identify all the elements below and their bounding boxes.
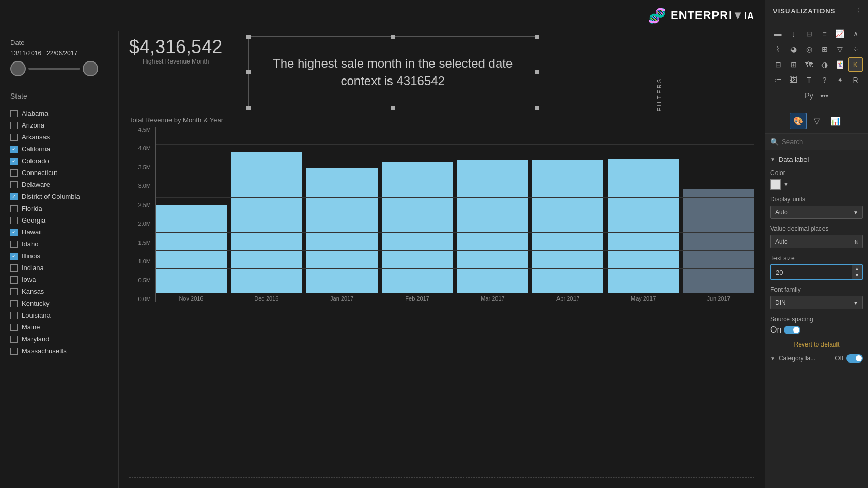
bar[interactable]	[306, 168, 378, 293]
state-item[interactable]: Indiana	[10, 263, 108, 273]
more-icon[interactable]: •••	[817, 88, 832, 103]
bar-group[interactable]: Nov 2016	[156, 127, 227, 302]
bar[interactable]	[231, 152, 302, 293]
map-icon[interactable]: 🗺	[802, 57, 816, 72]
image-icon[interactable]: 🖼	[786, 73, 801, 87]
state-item[interactable]: Massachusetts	[10, 346, 108, 356]
ribbon-icon[interactable]: ⌇	[771, 42, 785, 56]
state-checkbox[interactable]	[10, 241, 18, 248]
state-item[interactable]: Hawaii	[10, 227, 108, 237]
state-checkbox[interactable]	[10, 312, 18, 319]
state-item[interactable]: Illinois	[10, 251, 108, 261]
revert-link[interactable]: Revert to default	[770, 341, 863, 348]
state-checkbox[interactable]	[10, 217, 18, 224]
bar-group[interactable]: Feb 2017	[382, 127, 453, 302]
bar[interactable]	[532, 160, 603, 293]
funnel-icon[interactable]: ▽	[833, 42, 847, 56]
category-label-toggle-track[interactable]	[846, 354, 863, 363]
card-icon[interactable]: 🃏	[833, 57, 847, 72]
pie-icon[interactable]: ◕	[786, 42, 801, 56]
area-chart-icon[interactable]: ∧	[848, 26, 863, 41]
slicer-icon[interactable]: ≔	[771, 73, 785, 87]
line-chart-icon[interactable]: 📈	[833, 26, 847, 41]
scatter-icon[interactable]: ⁘	[848, 42, 863, 56]
bar-group[interactable]: Apr 2017	[532, 127, 603, 302]
state-checkbox[interactable]	[10, 276, 18, 284]
donut-icon[interactable]: ◎	[802, 42, 816, 56]
state-checkbox[interactable]	[10, 205, 18, 212]
state-item[interactable]: Florida	[10, 203, 108, 213]
state-item[interactable]: Kentucky	[10, 298, 108, 308]
text-size-input[interactable]	[771, 266, 852, 279]
state-checkbox[interactable]	[10, 264, 18, 272]
state-item[interactable]: Louisiana	[10, 310, 108, 320]
state-item[interactable]: Iowa	[10, 275, 108, 285]
bar-group[interactable]: Mar 2017	[457, 127, 529, 302]
state-checkbox[interactable]	[10, 300, 18, 307]
state-checkbox[interactable]	[10, 122, 18, 129]
filter-button[interactable]: ▽	[809, 113, 825, 129]
bar[interactable]	[608, 159, 679, 293]
bar[interactable]	[457, 160, 529, 293]
text-size-control[interactable]: ▲ ▼	[770, 264, 863, 280]
color-swatch[interactable]	[770, 179, 781, 190]
category-label-section[interactable]: ▼ Category la... Off	[770, 354, 863, 363]
state-item[interactable]: Kansas	[10, 287, 108, 296]
date-slider[interactable]	[10, 61, 108, 76]
bar100-icon[interactable]: ≡	[817, 26, 832, 41]
data-label-section-header[interactable]: ▼ Data label	[770, 155, 863, 163]
decimal-places-dropdown[interactable]: Auto ⇅	[770, 235, 863, 248]
textbox-icon[interactable]: T	[802, 73, 816, 87]
format-paint-button[interactable]: 🎨	[790, 113, 807, 129]
state-item[interactable]: Alabama	[10, 108, 108, 118]
source-spacing-track[interactable]	[784, 326, 800, 334]
slider-handle-right[interactable]	[83, 61, 98, 76]
state-checkbox[interactable]	[10, 288, 18, 295]
state-checkbox[interactable]	[10, 110, 18, 117]
bar[interactable]	[683, 189, 754, 293]
gauge-icon[interactable]: ◑	[817, 57, 832, 72]
state-item[interactable]: Arizona	[10, 120, 108, 130]
grouped-bar-icon[interactable]: ⫿	[786, 26, 801, 41]
bar-group[interactable]: Jan 2017	[306, 127, 378, 302]
state-item[interactable]: Idaho	[10, 239, 108, 249]
state-checkbox[interactable]	[10, 229, 18, 236]
state-checkbox[interactable]	[10, 181, 18, 188]
treemap-icon[interactable]: ⊞	[817, 42, 832, 56]
search-input[interactable]	[782, 138, 868, 146]
display-units-dropdown[interactable]: Auto ▼	[770, 206, 863, 219]
font-family-dropdown[interactable]: DIN ▼	[770, 296, 863, 309]
state-item[interactable]: Arkansas	[10, 132, 108, 142]
state-checkbox[interactable]	[10, 336, 18, 343]
color-control[interactable]: ▼	[770, 179, 863, 190]
source-spacing-toggle[interactable]: On	[770, 325, 863, 335]
bar-group[interactable]: May 2017	[608, 127, 679, 302]
state-item[interactable]: Georgia	[10, 215, 108, 225]
viz-close-button[interactable]: 〈	[853, 6, 860, 15]
analytics-button[interactable]: 📊	[827, 113, 844, 129]
state-checkbox[interactable]	[10, 134, 18, 141]
text-size-down[interactable]: ▼	[852, 272, 862, 279]
state-item[interactable]: California	[10, 144, 108, 154]
bar-chart-icon[interactable]: ▬	[771, 26, 785, 41]
state-checkbox[interactable]	[10, 158, 18, 165]
matrix-icon[interactable]: ⊞	[786, 57, 801, 72]
state-checkbox[interactable]	[10, 169, 18, 177]
text-size-up[interactable]: ▲	[852, 265, 862, 272]
state-item[interactable]: Maine	[10, 322, 108, 332]
state-checkbox[interactable]	[10, 324, 18, 331]
bar-group[interactable]: Jun 2017	[683, 127, 754, 302]
state-checkbox[interactable]	[10, 146, 18, 153]
state-item[interactable]: Colorado	[10, 156, 108, 166]
table-icon[interactable]: ⊟	[771, 57, 785, 72]
state-checkbox[interactable]	[10, 348, 18, 355]
python-icon[interactable]: Py	[802, 88, 816, 103]
bar[interactable]	[156, 205, 227, 293]
stacked-bar-icon[interactable]: ⊟	[802, 26, 816, 41]
qna-icon[interactable]: ?	[817, 73, 832, 87]
state-checkbox[interactable]	[10, 253, 18, 260]
slider-handle-left[interactable]	[10, 61, 26, 76]
color-dropdown-arrow[interactable]: ▼	[783, 181, 789, 187]
aidinsights-icon[interactable]: ✦	[833, 73, 847, 87]
state-item[interactable]: District of Columbia	[10, 192, 108, 201]
